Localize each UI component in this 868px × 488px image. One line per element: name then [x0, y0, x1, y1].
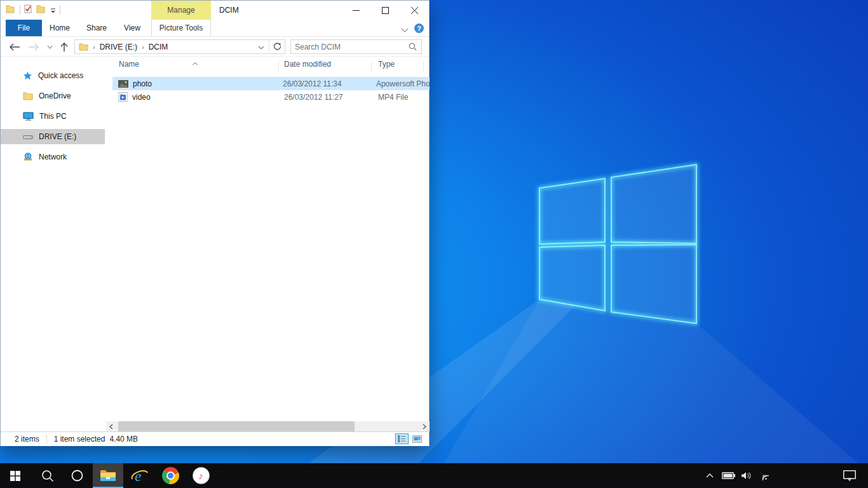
tab-view[interactable]: View: [116, 20, 149, 36]
onedrive-folder-icon: [23, 92, 33, 100]
up-button[interactable]: [57, 39, 72, 55]
expand-ribbon-chevron-icon[interactable]: [401, 24, 409, 35]
file-date: 26/03/2012 11:34: [277, 79, 370, 88]
column-header-date-modified[interactable]: Date modified: [284, 60, 331, 69]
sidebar-item-drive-e[interactable]: DRIVE (E:): [1, 129, 105, 144]
tab-home[interactable]: Home: [43, 20, 76, 36]
crumb-separator: ›: [142, 43, 144, 51]
details-view-button[interactable]: [395, 433, 409, 444]
file-row-video[interactable]: video 26/03/2012 11:27 MP4 File: [112, 90, 430, 104]
window-title: DCIM: [219, 1, 239, 20]
taskbar-chrome-button[interactable]: [156, 463, 184, 488]
sort-ascending-icon: [192, 57, 198, 68]
desktop: Manage DCIM File Home Share View Picture…: [0, 0, 868, 488]
breadcrumb-segment-dcim[interactable]: DCIM: [149, 43, 168, 51]
taskbar-internet-explorer-button[interactable]: e: [126, 463, 154, 488]
large-icons-view-button[interactable]: [410, 433, 424, 444]
search-icon[interactable]: [409, 43, 421, 51]
file-explorer-window: Manage DCIM File Home Share View Picture…: [0, 0, 430, 446]
sidebar-item-label: This PC: [39, 112, 67, 121]
maximize-button[interactable]: [370, 1, 400, 20]
column-separator[interactable]: [423, 61, 424, 72]
scrollbar-thumb[interactable]: [118, 421, 355, 431]
cortana-circle-icon: [71, 470, 83, 482]
search-input[interactable]: [291, 43, 409, 51]
taskbar-itunes-button[interactable]: ♪: [187, 463, 215, 488]
file-list: photo 26/03/2012 11:34 Apowersoft Pho vi…: [112, 77, 430, 104]
close-button[interactable]: [400, 1, 429, 20]
crumb-separator: ›: [93, 43, 95, 51]
sidebar-item-label: OneDrive: [39, 92, 71, 100]
contextual-group-manage[interactable]: Manage: [151, 1, 211, 20]
this-pc-monitor-icon: [23, 112, 34, 121]
quick-access-toolbar: [6, 1, 60, 20]
taskbar-file-explorer-button[interactable]: [93, 463, 123, 488]
qat-separator: [60, 6, 60, 15]
customize-qat-chevron-icon[interactable]: [50, 4, 56, 16]
status-divider: [46, 435, 47, 444]
file-type: MP4 File: [372, 93, 408, 102]
file-name: video: [132, 93, 151, 102]
chrome-icon: [162, 467, 179, 484]
column-separator[interactable]: [278, 61, 279, 72]
column-separator[interactable]: [371, 61, 372, 72]
tab-file[interactable]: File: [6, 20, 42, 36]
ribbon-tab-row: File Home Share View Picture Tools ?: [1, 20, 429, 37]
breadcrumb-divider: [269, 40, 269, 53]
items-count: 2 items: [15, 435, 39, 444]
file-row-photo[interactable]: photo 26/03/2012 11:34 Apowersoft Pho: [112, 77, 430, 90]
itunes-icon: ♪: [193, 467, 210, 484]
status-bar: 2 items 1 item selected 4.40 MB: [1, 431, 429, 446]
photo-thumbnail-icon: [118, 80, 128, 88]
column-header-type[interactable]: Type: [378, 60, 395, 69]
hidden-icons-chevron-icon[interactable]: [702, 463, 718, 488]
address-bar-row: › DRIVE (E:) › DCIM: [1, 37, 429, 57]
properties-icon[interactable]: [24, 4, 32, 16]
selection-count: 1 item selected: [54, 435, 105, 444]
battery-icon[interactable]: [719, 463, 737, 488]
help-icon[interactable]: ?: [414, 24, 424, 33]
file-name: photo: [133, 79, 152, 88]
new-folder-icon[interactable]: [36, 4, 46, 16]
scrollbar-track[interactable]: [116, 421, 419, 431]
search-box[interactable]: [290, 39, 422, 54]
wifi-icon[interactable]: [755, 463, 773, 488]
cortana-button[interactable]: [64, 463, 90, 488]
column-header-name[interactable]: Name: [119, 60, 139, 69]
svg-text:e: e: [135, 468, 142, 484]
sidebar-item-this-pc[interactable]: This PC: [1, 109, 105, 124]
recent-locations-chevron-icon[interactable]: [44, 39, 55, 55]
breadcrumb-segment-drive[interactable]: DRIVE (E:): [100, 43, 137, 51]
sidebar-item-network[interactable]: Network: [1, 149, 105, 165]
minimize-button[interactable]: [341, 1, 370, 20]
action-center-icon[interactable]: [836, 463, 863, 488]
horizontal-scrollbar[interactable]: [106, 421, 430, 431]
sidebar-item-onedrive[interactable]: OneDrive: [1, 88, 105, 104]
forward-button[interactable]: [26, 39, 41, 55]
sidebar-item-quick-access[interactable]: Quick access: [1, 68, 105, 83]
volume-icon[interactable]: [738, 463, 755, 488]
video-file-icon: [118, 92, 128, 102]
start-button[interactable]: [1, 463, 29, 488]
search-icon: [41, 470, 54, 482]
explorer-folder-icon[interactable]: [6, 4, 16, 16]
qat-separator: [20, 6, 20, 15]
taskbar-search-button[interactable]: [34, 463, 61, 488]
scroll-left-arrow-icon[interactable]: [106, 421, 116, 431]
selection-size: 4.40 MB: [109, 435, 138, 444]
drive-icon: [23, 134, 33, 140]
breadcrumb[interactable]: › DRIVE (E:) › DCIM: [74, 39, 285, 54]
file-date: 26/03/2012 11:27: [278, 93, 372, 102]
sidebar-item-label: Network: [39, 152, 67, 161]
folder-icon: [79, 43, 88, 51]
refresh-icon[interactable]: [270, 42, 285, 52]
windows-logo-icon: [10, 471, 20, 481]
tab-picture-tools[interactable]: Picture Tools: [151, 20, 211, 36]
scroll-right-arrow-icon[interactable]: [419, 421, 430, 431]
sidebar-item-label: Quick access: [38, 71, 83, 80]
file-type: Apowersoft Pho: [370, 79, 430, 88]
address-dropdown-chevron-icon[interactable]: [254, 43, 268, 51]
back-button[interactable]: [7, 39, 22, 55]
windows-logo: [539, 165, 696, 323]
tab-share[interactable]: Share: [80, 20, 113, 36]
